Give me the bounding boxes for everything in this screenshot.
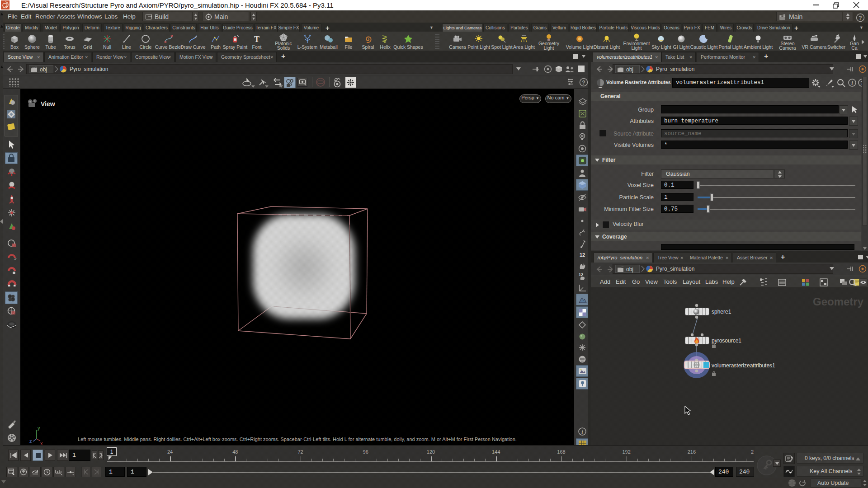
svg-text:y: y <box>38 425 40 431</box>
svg-text:?: ? <box>582 80 585 86</box>
svg-text:12: 12 <box>580 252 585 258</box>
svg-text:z: z <box>29 438 32 444</box>
svg-text:?: ? <box>859 15 862 21</box>
svg-text:12: 12 <box>579 272 583 277</box>
svg-text:i: i <box>581 429 583 435</box>
svg-text:x: x <box>40 441 43 445</box>
svg-text:T: T <box>254 35 259 44</box>
svg-text:i: i <box>851 80 853 86</box>
